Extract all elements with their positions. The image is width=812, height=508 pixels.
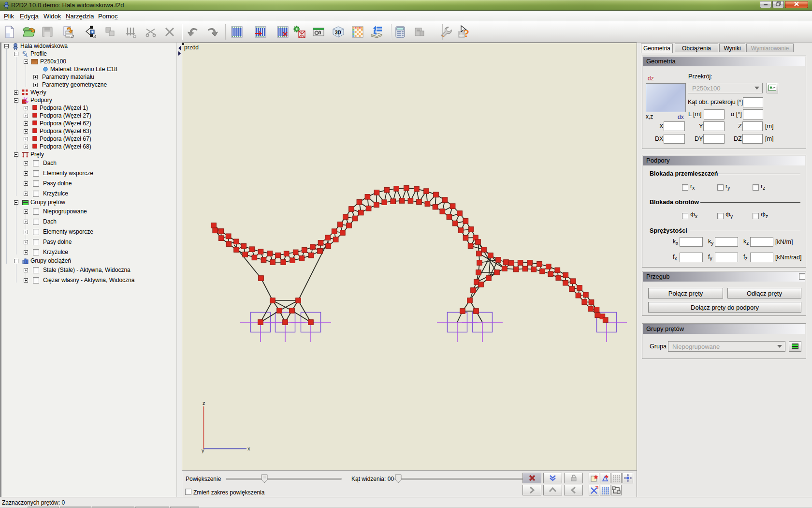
svg-text:x: x [247,446,250,451]
svg-text:y: y [202,448,204,453]
svg-text:?: ? [464,27,469,39]
svg-text:z: z [203,400,205,406]
svg-text:3D: 3D [335,30,341,35]
